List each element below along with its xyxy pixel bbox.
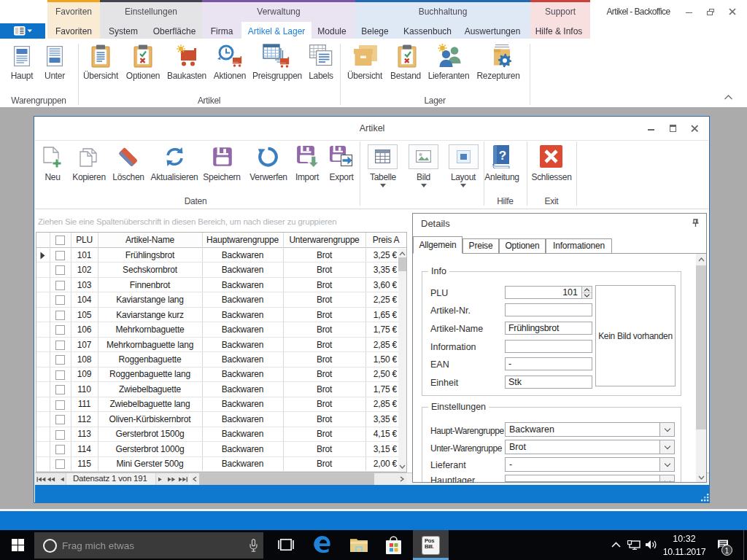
svg-text:?: ? <box>499 149 506 163</box>
